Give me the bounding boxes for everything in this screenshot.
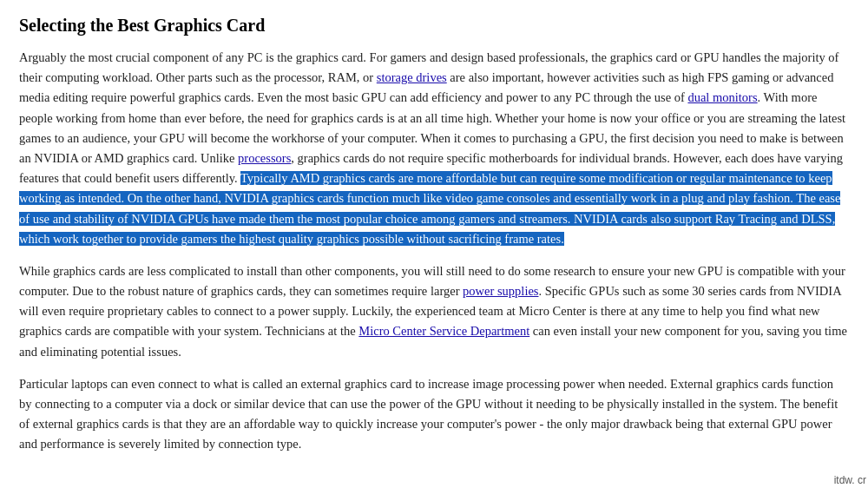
- link-processors[interactable]: processors: [238, 151, 291, 165]
- paragraph-2: While graphics cards are less complicate…: [19, 261, 849, 362]
- article-container: Selecting the Best Graphics Card Arguabl…: [0, 0, 868, 483]
- paragraph-3: Particular laptops can even connect to w…: [19, 374, 849, 455]
- link-storage-drives[interactable]: storage drives: [377, 70, 447, 84]
- article-title: Selecting the Best Graphics Card: [19, 16, 849, 36]
- watermark: itdw. cr: [834, 474, 866, 486]
- paragraph-1: Arguably the most crucial component of a…: [19, 48, 849, 249]
- highlighted-text: Typically AMD graphics cards are more af…: [19, 171, 840, 246]
- link-power-supplies[interactable]: power supplies: [463, 284, 538, 298]
- link-micro-center-service[interactable]: Micro Center Service Department: [358, 324, 529, 338]
- link-dual-monitors[interactable]: dual monitors: [687, 90, 757, 104]
